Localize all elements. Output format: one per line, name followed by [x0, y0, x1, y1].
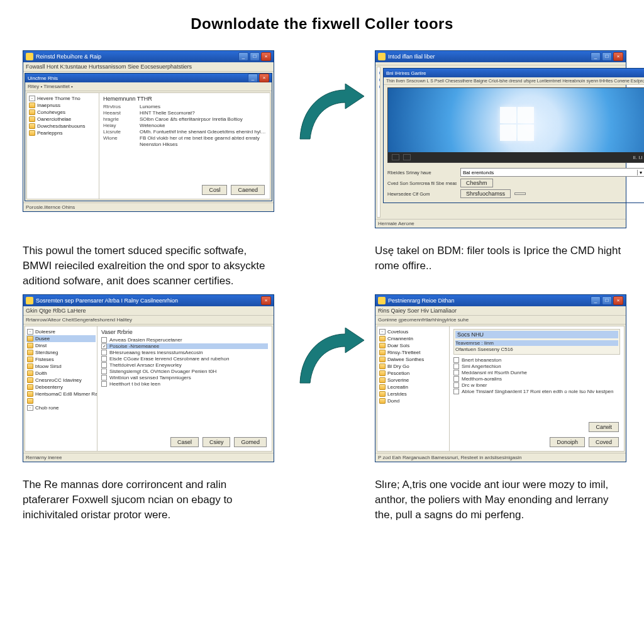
- menubar[interactable]: Fowasll Hont K:tusntaue Hurtssanissom Si…: [23, 62, 274, 72]
- window-titlebar[interactable]: Intod iflan Ilial liber _ □ ×: [375, 51, 626, 62]
- minimize-button[interactable]: _: [591, 52, 601, 61]
- tree-item[interactable]: Fisteses: [26, 356, 96, 363]
- list-item[interactable]: Smi Angertechion: [453, 364, 620, 369]
- cancel-button[interactable]: Caened: [231, 185, 265, 195]
- tree-item[interactable]: Doar Sois: [379, 342, 448, 349]
- tree-item[interactable]: btoow Sirsd: [26, 363, 96, 370]
- button-b[interactable]: Csiey: [203, 437, 231, 447]
- tree-item[interactable]: HentsomaC Ed8 Mismer Rane: [26, 391, 96, 397]
- checkbox[interactable]: [101, 337, 107, 343]
- inner-titlebar[interactable]: Bnl IHrires Gariire: [384, 69, 644, 77]
- tree-pane[interactable]: −Hevere Thome TnoInaepnussConohevgesOane…: [27, 93, 99, 199]
- toolbar[interactable]: Goninne gpeomennfrtlarhhingylrice suhe: [375, 316, 626, 325]
- inner-close-icon[interactable]: ×: [259, 74, 269, 82]
- close-button[interactable]: ×: [613, 296, 623, 305]
- tree-item[interactable]: Cmannenln: [379, 335, 448, 342]
- minimize-button[interactable]: _: [591, 296, 601, 305]
- checkbox[interactable]: [101, 350, 107, 355]
- window-titlebar[interactable]: Reinstd Rebuihore & Raip _ □ ×: [23, 51, 274, 62]
- tree-item[interactable]: Lerstdes: [379, 391, 448, 397]
- button-a[interactable]: Carwit: [589, 422, 619, 432]
- tree-item[interactable]: Dond: [379, 397, 448, 404]
- tree-item[interactable]: Sorverine: [379, 377, 448, 384]
- button-c[interactable]: Coved: [589, 437, 619, 447]
- list-item[interactable]: BHesrueaang teares inesnsstumsAecosin: [101, 350, 268, 355]
- tree-item[interactable]: Sterdsneg: [26, 349, 96, 356]
- column-header[interactable]: Socs NHU: [455, 331, 618, 338]
- tree-item[interactable]: Lidepaon: [379, 83, 380, 90]
- inner-min-icon[interactable]: _: [248, 74, 258, 82]
- tree-item[interactable]: Dowchesdsanbuouns: [28, 123, 97, 130]
- tree-item[interactable]: [26, 397, 96, 404]
- tree-pane[interactable]: BoreyFew SnaltLidepaon: [377, 67, 380, 218]
- tree-item[interactable]: −Covelous: [379, 328, 448, 335]
- video-preview[interactable]: II. I.I: [387, 87, 644, 163]
- close-button[interactable]: ×: [261, 52, 271, 61]
- window-titlebar[interactable]: Sosremten sep Parensarer Altrba I Ralny …: [23, 295, 274, 306]
- list-item[interactable]: Wintbion vall sesnsed Tampnniogers: [101, 375, 268, 380]
- tree-item[interactable]: Borey: [379, 69, 380, 76]
- list-item[interactable]: Abloe Tinsianf Singbardent 17 Roni eten …: [453, 389, 620, 394]
- toolbar[interactable]: Rrtanrow/Aiteor CheitSengerafeshorend Ha…: [23, 316, 274, 325]
- checkbox[interactable]: [453, 357, 459, 363]
- tree-item[interactable]: −Hevere Thome Tno: [28, 95, 97, 102]
- checkbox[interactable]: [101, 369, 107, 374]
- list-item[interactable]: Bnert bheaneston: [453, 357, 620, 363]
- close-button[interactable]: ×: [613, 52, 623, 61]
- tree-item[interactable]: Rinsy-Ttretteet: [379, 349, 448, 356]
- inner-titlebar[interactable]: Uincfrne Rhis _×: [25, 74, 272, 82]
- checkbox[interactable]: [101, 343, 107, 349]
- tree-item[interactable]: Dinst: [26, 342, 96, 349]
- tree-item[interactable]: Few Snalt: [379, 76, 380, 83]
- checkbox[interactable]: [453, 370, 459, 375]
- tree-item[interactable]: −Doleesre: [26, 328, 96, 335]
- minimize-button[interactable]: _: [238, 52, 248, 61]
- list-item[interactable]: Meddansnl ml Rsorth Dunrhe: [453, 370, 620, 375]
- form-button[interactable]: Shrsfuochamss: [460, 189, 511, 198]
- button-b[interactable]: Donoiph: [550, 437, 585, 447]
- button-c[interactable]: Gomed: [234, 437, 267, 447]
- tree-item[interactable]: Oanerciothelae: [28, 116, 97, 123]
- tree-pane[interactable]: −DoleesreDuseeDinstSterdsnegFistesesbtoo…: [25, 326, 97, 451]
- list-item[interactable]: Medthom-aoralins: [453, 376, 620, 382]
- checkbox[interactable]: [101, 356, 107, 362]
- list-item[interactable]: Ofantuen Sseeseny C516: [455, 347, 618, 352]
- tree-item[interactable]: Conohevges: [28, 109, 97, 116]
- tree-item[interactable]: Dolth: [26, 370, 96, 377]
- checkbox[interactable]: [453, 364, 459, 369]
- list-item[interactable]: Drc w lbner: [453, 382, 620, 388]
- tree-item[interactable]: Bl Dry Go: [379, 363, 448, 370]
- checkbox[interactable]: [453, 382, 459, 388]
- menubar[interactable]: Rins Qaiey Soer Hiv Liamaliaor: [375, 306, 626, 316]
- form-button[interactable]: [514, 192, 526, 195]
- tree-item[interactable]: Inaepnuss: [28, 102, 97, 109]
- checkbox[interactable]: [101, 375, 107, 380]
- maximize-button[interactable]: □: [250, 52, 260, 61]
- list-item[interactable]: Teavemrse : Iinm: [455, 340, 618, 346]
- tree-item[interactable]: Dalwee Sonthes: [379, 356, 448, 363]
- play-button[interactable]: [392, 154, 399, 160]
- list-item[interactable]: Posoise -Nrsemeanee: [101, 343, 268, 349]
- tree-item[interactable]: Pescetion: [379, 370, 448, 377]
- list-item[interactable]: Eisde CGoav Erase lenrend Cesrobnare and…: [101, 356, 268, 362]
- button-a[interactable]: Casel: [170, 437, 199, 447]
- tree-item[interactable]: −Chob rone: [26, 404, 96, 411]
- list-item[interactable]: Heetthort t bd bke leen: [101, 381, 268, 387]
- maximize-button[interactable]: □: [602, 52, 612, 61]
- list-item[interactable]: Sistengsiemgt OL OVrtcien Dvoager Penien…: [101, 369, 268, 374]
- tree-pane[interactable]: −CovelousCmannenlnDoar SoisRinsy-Ttrette…: [377, 326, 450, 451]
- stop-button[interactable]: [403, 154, 411, 160]
- checkbox[interactable]: [101, 362, 107, 368]
- toolbar[interactable]: Ritey • Timesanttet •: [25, 82, 272, 91]
- maximize-button[interactable]: □: [602, 296, 612, 305]
- tree-item[interactable]: Pearleppns: [28, 130, 97, 136]
- tree-item[interactable]: Lecreatin: [379, 384, 448, 391]
- tree-item[interactable]: CnesnroCC Idaviney: [26, 377, 96, 384]
- tree-item[interactable]: Dusee: [26, 335, 96, 342]
- checkbox[interactable]: [101, 381, 107, 387]
- close-button[interactable]: ×: [261, 296, 271, 305]
- list-item[interactable]: Anveas Drasien Resperucetaner: [101, 337, 268, 343]
- window-titlebar[interactable]: Pestnienrarg Reioe Dithan _ □ ×: [375, 295, 626, 306]
- video-controls[interactable]: II. I.I: [388, 152, 644, 162]
- dropdown[interactable]: Bal erentonds▾: [460, 168, 644, 177]
